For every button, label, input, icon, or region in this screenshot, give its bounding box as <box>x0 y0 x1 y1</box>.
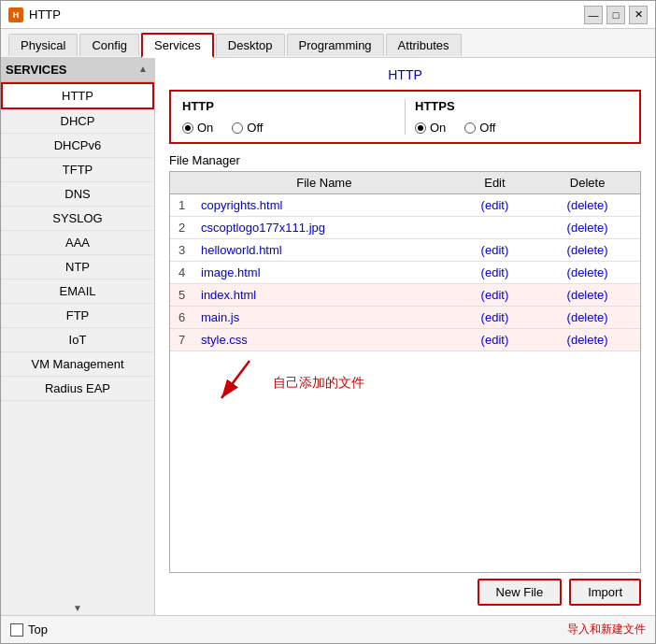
row-filename: image.html <box>193 262 455 284</box>
app-icon-text: H <box>13 10 20 20</box>
row-filename: helloworld.html <box>193 239 455 262</box>
bottom-bar: Top 导入和新建文件 <box>1 615 655 643</box>
row-edit[interactable]: (edit) <box>455 329 535 351</box>
main-window: H HTTP — □ ✕ Physical Config Services De… <box>0 0 656 644</box>
annotation-arrow <box>198 356 264 408</box>
row-delete[interactable]: (delete) <box>535 329 640 351</box>
table-row: 2 cscoptlogo177x111.jpg (delete) <box>170 217 640 239</box>
https-on-label: On <box>430 121 446 135</box>
row-delete[interactable]: (delete) <box>535 217 640 239</box>
https-off-radio[interactable]: Off <box>464 121 495 135</box>
http-on-label: On <box>197 121 213 135</box>
row-filename: style.css <box>193 329 455 351</box>
row-delete[interactable]: (delete) <box>535 307 640 329</box>
http-off-radio[interactable]: Off <box>232 121 263 135</box>
https-label: HTTPS <box>415 99 628 113</box>
col-edit: Edit <box>455 172 535 194</box>
bottom-right-text: 导入和新建文件 <box>567 622 646 637</box>
table-row: 4 image.html (edit) (delete) <box>170 262 640 284</box>
http-on-radio[interactable]: On <box>182 121 213 135</box>
row-edit <box>455 217 535 239</box>
top-checkbox-box[interactable] <box>10 623 23 637</box>
file-manager-label: File Manager <box>169 153 641 167</box>
row-filename: copyrights.html <box>193 194 455 217</box>
content-title: HTTP <box>169 67 641 82</box>
sidebar-item-email[interactable]: EMAIL <box>1 279 154 304</box>
col-filename: File Name <box>193 172 455 194</box>
tab-programming[interactable]: Programming <box>287 34 384 56</box>
window-controls: — □ ✕ <box>584 6 648 24</box>
annotation-area: 自己添加的文件 <box>170 351 640 417</box>
http-https-divider <box>405 99 406 135</box>
sidebar-item-ftp[interactable]: FTP <box>1 304 154 328</box>
http-label: HTTP <box>182 99 395 113</box>
top-checkbox-label: Top <box>28 623 48 637</box>
sidebar-item-syslog[interactable]: SYSLOG <box>1 207 154 231</box>
row-filename: cscoptlogo177x111.jpg <box>193 217 455 239</box>
https-off-circle <box>464 122 476 134</box>
sidebar-item-vm-management[interactable]: VM Management <box>1 352 154 377</box>
sidebar-scroll-up-icon[interactable]: ▲ <box>136 64 150 77</box>
window-title: HTTP <box>29 7 61 21</box>
row-delete[interactable]: (delete) <box>535 239 640 262</box>
main-content: SERVICES ▲ HTTP DHCP DHCPv6 TFTP DNS SYS… <box>1 58 655 615</box>
sidebar-item-dns[interactable]: DNS <box>1 182 154 207</box>
row-edit[interactable]: (edit) <box>455 262 535 284</box>
http-on-circle <box>182 122 193 134</box>
sidebar-item-http[interactable]: HTTP <box>1 82 154 109</box>
tab-attributes[interactable]: Attributes <box>386 34 462 56</box>
sidebar-item-ntp[interactable]: NTP <box>1 255 154 279</box>
tab-desktop[interactable]: Desktop <box>216 34 285 56</box>
sidebar-item-iot[interactable]: IoT <box>1 328 154 352</box>
svg-line-1 <box>221 361 250 398</box>
row-num: 4 <box>170 262 193 284</box>
close-button[interactable]: ✕ <box>629 6 648 24</box>
sidebar-item-dhcpv6[interactable]: DHCPv6 <box>1 134 154 158</box>
tab-config[interactable]: Config <box>79 34 139 56</box>
sidebar-item-dhcp[interactable]: DHCP <box>1 109 154 134</box>
app-icon: H <box>8 7 23 22</box>
row-num: 1 <box>170 194 193 217</box>
minimize-button[interactable]: — <box>584 6 603 24</box>
sidebar-item-radius-eap[interactable]: Radius EAP <box>1 377 154 401</box>
sidebar-scroll-down-icon[interactable]: ▼ <box>1 601 154 615</box>
arrow-container <box>198 356 264 410</box>
row-num: 2 <box>170 217 193 239</box>
row-edit[interactable]: (edit) <box>455 284 535 307</box>
row-filename: main.js <box>193 307 455 329</box>
table-row: 5 index.html (edit) (delete) <box>170 284 640 307</box>
row-filename: index.html <box>193 284 455 307</box>
row-delete[interactable]: (delete) <box>535 284 640 307</box>
http-col: HTTP On Off <box>182 99 395 135</box>
sidebar-title: SERVICES <box>6 63 67 77</box>
import-button[interactable]: Import <box>569 579 641 606</box>
https-col: HTTPS On Off <box>415 99 628 135</box>
row-edit[interactable]: (edit) <box>455 307 535 329</box>
row-delete[interactable]: (delete) <box>535 194 640 217</box>
sidebar-item-aaa[interactable]: AAA <box>1 231 154 255</box>
annotation-text: 自己添加的文件 <box>273 375 364 392</box>
sidebar-item-tftp[interactable]: TFTP <box>1 158 154 182</box>
https-radio-group: On Off <box>415 121 628 135</box>
new-file-button[interactable]: New File <box>478 579 563 606</box>
sidebar-items: HTTP DHCP DHCPv6 TFTP DNS SYSLOG AAA NTP… <box>1 82 154 601</box>
row-delete[interactable]: (delete) <box>535 262 640 284</box>
tab-physical[interactable]: Physical <box>8 34 78 56</box>
title-bar: H HTTP — □ ✕ <box>1 1 655 29</box>
col-delete: Delete <box>535 172 640 194</box>
file-table-wrapper: File Name Edit Delete 1 copyrights.html … <box>169 171 641 573</box>
https-on-circle <box>415 122 426 134</box>
table-row: 3 helloworld.html (edit) (delete) <box>170 239 640 262</box>
nav-tabs: Physical Config Services Desktop Program… <box>1 29 655 58</box>
row-edit[interactable]: (edit) <box>455 194 535 217</box>
https-on-radio[interactable]: On <box>415 121 446 135</box>
row-edit[interactable]: (edit) <box>455 239 535 262</box>
top-checkbox[interactable]: Top <box>10 623 48 637</box>
col-num <box>170 172 193 194</box>
row-num: 5 <box>170 284 193 307</box>
maximize-button[interactable]: □ <box>606 6 625 24</box>
https-off-label: Off <box>479 121 495 135</box>
sidebar: SERVICES ▲ HTTP DHCP DHCPv6 TFTP DNS SYS… <box>1 58 155 615</box>
tab-services[interactable]: Services <box>141 33 214 58</box>
row-num: 3 <box>170 239 193 262</box>
